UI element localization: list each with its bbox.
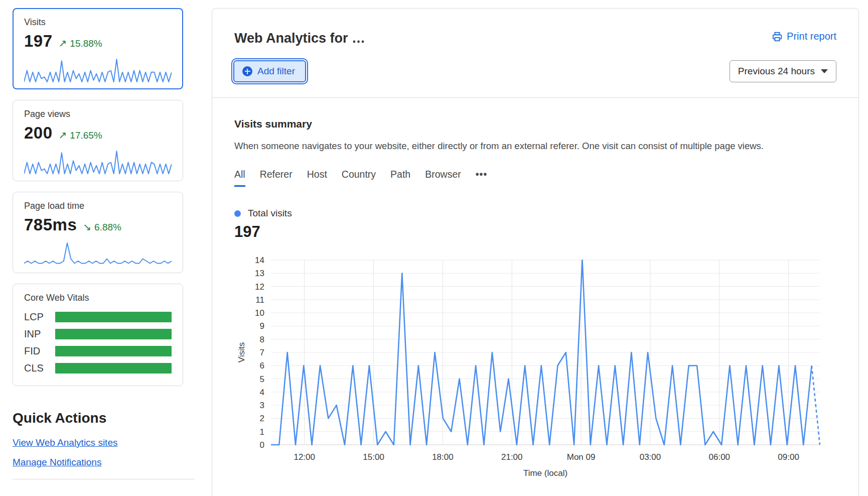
metric-values: 200 ↗ 17.65% xyxy=(24,123,172,143)
timerange-dropdown[interactable]: Previous 24 hours xyxy=(730,60,836,82)
print-report-link[interactable]: Print report xyxy=(772,31,836,42)
svg-text:10: 10 xyxy=(255,308,264,318)
cwv-bar-good xyxy=(55,363,172,374)
metric-delta: ↗ 15.88% xyxy=(59,37,102,49)
timerange-label: Previous 24 hours xyxy=(738,66,815,77)
cwv-row-lcp: LCP xyxy=(24,311,172,323)
metric-values: 785ms ↘ 6.88% xyxy=(24,215,172,234)
chevron-down-icon xyxy=(821,69,828,73)
metric-value: 200 xyxy=(24,123,53,143)
cwv-label: FID xyxy=(24,345,55,357)
metric-delta-value: 15.88% xyxy=(70,38,102,49)
tab-more-ellipsis-icon[interactable]: ••• xyxy=(476,169,487,187)
view-web-analytics-sites-link[interactable]: View Web Analytics sites xyxy=(13,437,183,448)
tab-all[interactable]: All xyxy=(234,169,245,187)
core-web-vitals-card[interactable]: Core Web Vitals LCP INP FID CLS xyxy=(13,284,183,386)
metric-delta-value: 17.65% xyxy=(70,130,102,141)
cwv-row-cls: CLS xyxy=(24,362,172,374)
metric-values: 197 ↗ 15.88% xyxy=(24,32,172,51)
svg-text:8: 8 xyxy=(260,335,264,344)
svg-text:9: 9 xyxy=(260,321,264,331)
quick-actions-title: Quick Actions xyxy=(13,410,183,426)
tab-path[interactable]: Path xyxy=(390,169,410,187)
svg-text:Visits: Visits xyxy=(237,342,246,362)
plus-icon xyxy=(242,66,252,76)
svg-text:12:00: 12:00 xyxy=(294,452,315,462)
cwv-bar-good xyxy=(55,346,172,356)
visits-summary-section: Visits summary When someone navigates to… xyxy=(212,98,858,487)
tab-country[interactable]: Country xyxy=(342,169,376,187)
svg-text:12: 12 xyxy=(255,282,264,292)
metric-card-page-load-time[interactable]: Page load time 785ms ↘ 6.88% xyxy=(13,192,183,273)
visits-line-chart: 0123456789101112131412:0015:0018:0021:00… xyxy=(237,249,844,485)
page-title: Web Analytics for … xyxy=(234,31,365,46)
dimension-tabs: All Referer Host Country Path Browser ••… xyxy=(234,169,836,187)
add-filter-button[interactable]: Add filter xyxy=(233,60,306,82)
printer-icon xyxy=(772,31,783,42)
metric-title: Page load time xyxy=(24,201,172,211)
svg-text:6: 6 xyxy=(260,361,264,370)
metric-value: 197 xyxy=(24,32,53,51)
sidebar-divider xyxy=(13,479,195,479)
metric-delta-value: 6.88% xyxy=(94,222,121,233)
analytics-panel: Web Analytics for … Print report Add fil… xyxy=(212,8,859,496)
svg-text:4: 4 xyxy=(260,388,264,397)
metric-delta: ↘ 6.88% xyxy=(83,221,121,233)
metric-delta: ↗ 17.65% xyxy=(59,129,102,141)
cwv-row-inp: INP xyxy=(24,328,172,340)
svg-text:2: 2 xyxy=(260,414,264,423)
metric-card-page-views[interactable]: Page views 200 ↗ 17.65% xyxy=(13,100,183,181)
svg-text:0: 0 xyxy=(260,440,264,450)
metric-title: Visits xyxy=(24,17,172,28)
svg-text:21:00: 21:00 xyxy=(501,452,523,462)
tab-browser[interactable]: Browser xyxy=(425,169,461,187)
print-report-label: Print report xyxy=(787,31,836,42)
svg-text:09:00: 09:00 xyxy=(778,452,799,462)
series-label: Total visits xyxy=(248,208,292,219)
visits-sparkline xyxy=(24,58,172,83)
page-load-time-sparkline xyxy=(24,241,172,267)
svg-text:1: 1 xyxy=(260,427,264,437)
tab-host[interactable]: Host xyxy=(307,169,327,187)
manage-notifications-link[interactable]: Manage Notifications xyxy=(13,457,183,468)
cwv-bar-good xyxy=(55,312,172,322)
metrics-sidebar: Visits 197 ↗ 15.88% Page views 200 ↗ 17.… xyxy=(13,8,183,479)
svg-text:06:00: 06:00 xyxy=(709,452,731,462)
visits-summary-description: When someone navigates to your website, … xyxy=(234,141,836,152)
svg-text:3: 3 xyxy=(260,401,264,410)
panel-header: Web Analytics for … Print report xyxy=(212,9,858,46)
chart-container: 0123456789101112131412:0015:0018:0021:00… xyxy=(237,249,836,487)
core-web-vitals-title: Core Web Vitals xyxy=(24,293,172,303)
cwv-label: LCP xyxy=(24,311,55,323)
metric-title: Page views xyxy=(24,109,172,119)
add-filter-label: Add filter xyxy=(257,66,295,77)
total-visits-value: 197 xyxy=(234,223,836,241)
svg-text:Mon 09: Mon 09 xyxy=(567,452,596,462)
cwv-label: CLS xyxy=(24,362,55,374)
core-web-vitals-rows: LCP INP FID CLS xyxy=(24,311,172,374)
svg-text:7: 7 xyxy=(260,348,264,357)
svg-text:15:00: 15:00 xyxy=(363,452,384,462)
cwv-label: INP xyxy=(24,328,55,340)
metric-card-visits[interactable]: Visits 197 ↗ 15.88% xyxy=(13,8,183,89)
trend-down-icon: ↘ xyxy=(83,221,91,233)
cwv-row-fid: FID xyxy=(24,345,172,357)
chart-legend: Total visits xyxy=(234,208,836,219)
trend-up-icon: ↗ xyxy=(59,37,67,49)
svg-text:11: 11 xyxy=(255,295,264,305)
series-dot-icon xyxy=(234,210,241,217)
svg-text:14: 14 xyxy=(255,256,264,265)
svg-text:18:00: 18:00 xyxy=(432,452,454,462)
svg-text:03:00: 03:00 xyxy=(640,452,661,462)
svg-text:Time (local): Time (local) xyxy=(523,468,567,478)
tab-referer[interactable]: Referer xyxy=(260,169,293,187)
page-views-sparkline xyxy=(24,150,172,175)
svg-text:13: 13 xyxy=(255,269,264,278)
metric-value: 785ms xyxy=(24,215,77,234)
quick-actions-section: Quick Actions View Web Analytics sites M… xyxy=(13,410,183,479)
cwv-bar-good xyxy=(55,329,172,339)
filter-row: Add filter Previous 24 hours xyxy=(212,46,858,97)
visits-summary-title: Visits summary xyxy=(234,118,836,130)
trend-up-icon: ↗ xyxy=(59,129,67,141)
web-analytics-dashboard: Visits 197 ↗ 15.88% Page views 200 ↗ 17.… xyxy=(0,0,868,496)
